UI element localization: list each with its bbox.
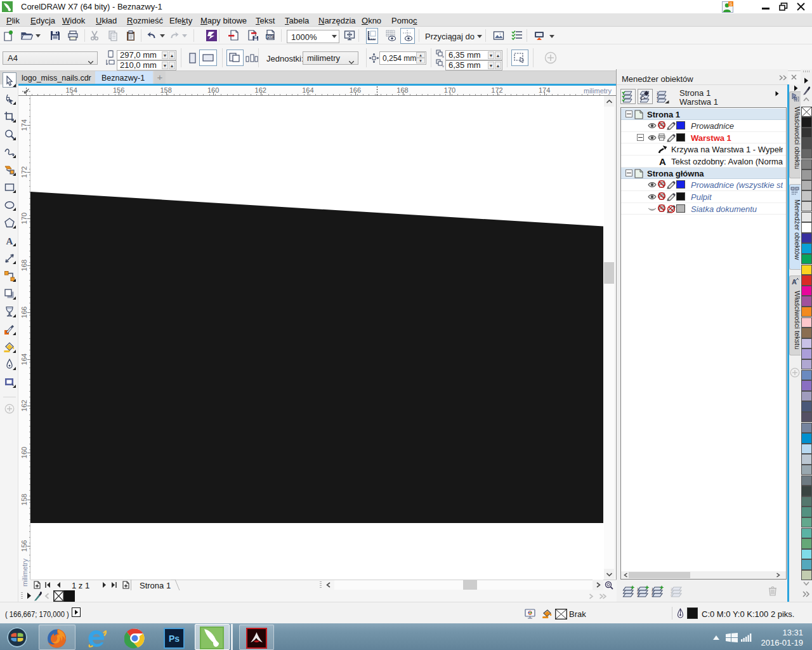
svg-text:x: x <box>442 55 444 58</box>
svg-text:3: 3 <box>657 98 658 102</box>
svg-text:y: y <box>442 64 444 67</box>
svg-text:PDF: PDF <box>266 35 274 39</box>
svg-text:Ps: Ps <box>169 633 180 644</box>
svg-text:A: A <box>6 236 13 246</box>
svg-text:S: S <box>730 2 733 6</box>
